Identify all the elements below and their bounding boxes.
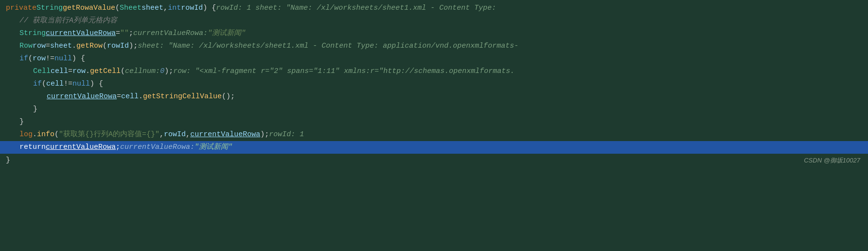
- param-rowid2: rowId: [107, 40, 129, 52]
- paren3a: (: [121, 66, 125, 77]
- hint-line3b: "测试新闻": [208, 28, 246, 39]
- dot4: .: [33, 129, 37, 141]
- paren-close-brace: ) {: [203, 2, 216, 14]
- comma2: ,: [159, 129, 164, 141]
- code-line-12: return currentValueRowa; currentValueRow…: [0, 141, 868, 154]
- kw-if2: if: [33, 78, 42, 90]
- code-line-11: log.info("获取第{}行列A的内容值={}", rowId, curre…: [0, 128, 868, 141]
- method-getstringcellvalue: getStringCellValue: [143, 91, 222, 103]
- var-cell2: cell: [46, 78, 64, 90]
- hint-line1: rowId: 1 sheet: "Name: /xl/worksheets/sh…: [216, 2, 496, 14]
- assign4: =: [117, 91, 121, 103]
- hint-line3a: currentValueRowa:: [133, 28, 208, 39]
- hint-zero: 0: [160, 66, 164, 77]
- empty-string: "": [120, 28, 129, 39]
- code-line-3: String currentValueRowa = ""; currentVal…: [0, 27, 868, 40]
- method-getrowavalue: getRowaValue: [63, 2, 115, 14]
- code-line-4: Row row = sheet.getRow(rowId); sheet: "N…: [0, 40, 868, 53]
- var-currentvaluerowa: currentValueRowa: [46, 28, 116, 39]
- paren-semi2: );: [129, 40, 138, 52]
- method-getcell: getCell: [90, 66, 121, 77]
- hint-line12b: "测试新闻": [195, 142, 232, 153]
- var-currentvaluerowa2: currentValueRowa: [47, 91, 117, 103]
- type-cell: Cell: [33, 66, 51, 77]
- code-line-2: // 获取当前行A列单元格内容: [0, 15, 868, 27]
- hint-line11: rowId: 1: [269, 129, 304, 141]
- close-brace-final: }: [6, 155, 10, 166]
- kw-return: return: [19, 142, 46, 153]
- dot1: .: [72, 40, 76, 52]
- code-line-8: currentValueRowa = cell.getStringCellVal…: [0, 90, 868, 103]
- var-row3: row: [72, 66, 86, 77]
- type-sheet: Sheet: [120, 2, 142, 14]
- watermark: CSDN @御坂10027: [804, 156, 860, 166]
- semi1: ;: [129, 28, 133, 39]
- paren-open: (: [115, 2, 120, 14]
- semi3: ();: [222, 91, 235, 103]
- var-row2: row: [33, 53, 46, 65]
- var-row: row: [33, 40, 46, 52]
- paren4: (: [54, 129, 59, 141]
- close-brace2: }: [19, 116, 24, 128]
- brace-if1: ) {: [72, 53, 85, 65]
- param-rowid: rowId: [181, 2, 203, 14]
- method-getrow: getRow: [76, 40, 103, 52]
- comment-line2: // 获取当前行A列单元格内容: [19, 15, 117, 27]
- kw-null1: null: [54, 53, 72, 65]
- var-currentvaluerowa3: currentValueRowa: [190, 129, 260, 141]
- hint-line12a: currentValueRowa:: [120, 142, 195, 153]
- code-editor: private String getRowaValue(Sheet sheet,…: [0, 0, 868, 169]
- code-line-5: if (row != null) {: [0, 53, 868, 65]
- dot2: .: [86, 66, 90, 77]
- type-row: Row: [19, 40, 33, 52]
- assign1: =: [116, 28, 120, 39]
- hint-line6: row: "<xml-fragment r="2" spans="1:11" x…: [173, 66, 514, 77]
- param-sheet: sheet: [142, 2, 163, 14]
- kw-if1: if: [19, 53, 28, 65]
- close-brace1: }: [33, 104, 37, 115]
- code-line-1: private String getRowaValue(Sheet sheet,…: [0, 2, 868, 15]
- hint-line4: sheet: "Name: /xl/worksheets/sheet1.xml …: [138, 40, 518, 52]
- type-string2: String: [19, 28, 46, 39]
- semi4: );: [260, 129, 269, 141]
- code-line-7: if (cell != null) {: [0, 78, 868, 90]
- dot3: .: [139, 91, 143, 103]
- paren-if2: (: [42, 78, 46, 90]
- paren3b: );: [164, 66, 173, 77]
- hint-cellnum: cellnum:: [125, 66, 160, 77]
- var-sheet2: sheet: [50, 40, 72, 52]
- var-currentvaluerowa4: currentValueRowa: [46, 142, 116, 153]
- assign2: =: [46, 40, 50, 52]
- comma3: ,: [186, 129, 190, 141]
- code-line-6: Cell cell = row.getCell( cellnum: 0); ro…: [0, 65, 868, 78]
- log-object: log: [19, 129, 33, 141]
- var-rowid3: rowId: [164, 129, 186, 141]
- neq2: !=: [64, 78, 72, 90]
- brace-if2: ) {: [90, 78, 103, 90]
- code-line-9: }: [0, 103, 868, 116]
- assign3: =: [68, 66, 72, 77]
- code-line-10: }: [0, 116, 868, 128]
- comma1: ,: [163, 2, 168, 14]
- var-cell3: cell: [121, 91, 139, 103]
- log-format-string: "获取第{}行列A的内容值={}": [59, 129, 159, 141]
- paren2: (: [103, 40, 107, 52]
- paren-if1: (: [28, 53, 33, 65]
- method-info: info: [37, 129, 54, 141]
- semi5: ;: [116, 142, 120, 153]
- kw-int: int: [168, 2, 181, 14]
- neq1: !=: [46, 53, 54, 65]
- code-line-13: }: [0, 154, 868, 167]
- var-cell: cell: [51, 66, 68, 77]
- kw-null2: null: [72, 78, 90, 90]
- kw-private: private: [6, 2, 36, 14]
- type-string: String: [36, 2, 63, 14]
